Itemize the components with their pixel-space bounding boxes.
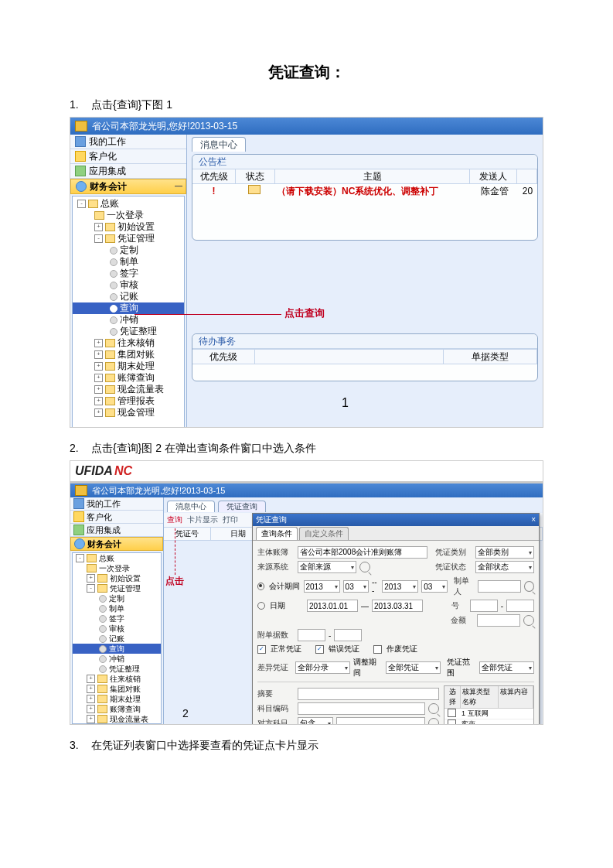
collapse-icon[interactable]: - (76, 554, 84, 562)
tree-node[interactable]: +往来核销 (73, 337, 184, 349)
input-no2[interactable] (506, 600, 534, 612)
tab-msgcenter[interactable]: 消息中心 (192, 137, 246, 152)
tree-node[interactable]: +期末处理 (73, 694, 161, 704)
input-opp[interactable] (336, 717, 425, 725)
expand-icon[interactable]: + (94, 374, 103, 382)
input-maker[interactable] (478, 580, 521, 593)
sel-m1[interactable]: 03▾ (343, 580, 369, 593)
sel-diff-b[interactable]: 全部凭证▾ (386, 661, 441, 674)
search-icon[interactable] (359, 562, 370, 572)
listbox-row[interactable]: 1 互联网 (444, 709, 533, 719)
input-date2[interactable]: 2013.03.31 (372, 600, 423, 612)
tree-leaf[interactable]: 审核 (73, 624, 161, 634)
tree-leaf[interactable]: 凭证整理 (73, 664, 161, 674)
tree-node[interactable]: +集团对账 (73, 684, 161, 694)
tree-node-voucher[interactable]: -凭证管理 (73, 233, 184, 244)
sel-y1[interactable]: 2013▾ (304, 580, 340, 593)
sel-y2[interactable]: 2013▾ (382, 580, 418, 593)
sel-incl[interactable]: 包含▾ (298, 717, 333, 725)
tree-leaf[interactable]: 冲销 (73, 314, 184, 326)
tree-node[interactable]: +期末处理 (73, 361, 184, 372)
expand-icon[interactable]: + (94, 408, 103, 417)
sel-diff-a[interactable]: 全部分录▾ (295, 661, 350, 674)
expand-icon[interactable]: + (94, 350, 103, 359)
tree-node[interactable]: 一次登录 (73, 563, 161, 573)
tree-leaf[interactable]: 定制 (73, 593, 161, 603)
tree-node[interactable]: +集团对账 (73, 349, 184, 361)
tree-node[interactable]: 一次登录 (73, 210, 184, 221)
expand-icon[interactable]: + (87, 705, 95, 713)
tree-leaf[interactable]: 凭证整理 (73, 326, 184, 337)
sidebar-item-account[interactable]: 财务会计 — (70, 179, 186, 194)
tool-card[interactable]: 卡片显示 (187, 514, 218, 525)
tree-node[interactable]: +初始设置 (73, 573, 161, 583)
tree-leaf[interactable]: 审核 (73, 279, 184, 291)
expand-icon[interactable]: + (87, 695, 95, 703)
tree-leaf[interactable]: 定制 (73, 244, 184, 256)
tree-leaf[interactable]: 记账 (73, 634, 161, 644)
sel-m2[interactable]: 03▾ (421, 580, 447, 593)
input-cash1[interactable] (298, 629, 325, 641)
select-state[interactable]: 全部状态▾ (475, 561, 534, 573)
sel-fan[interactable]: 全部凭证▾ (479, 661, 534, 674)
tree-leaf-query[interactable]: 查询 (73, 644, 161, 654)
expand-icon[interactable]: + (87, 685, 95, 693)
expand-icon[interactable]: + (94, 385, 103, 394)
collapse-icon[interactable]: - (94, 234, 103, 243)
chk-void[interactable] (373, 645, 382, 654)
input-cash2[interactable] (334, 629, 362, 641)
side2-app[interactable]: 应用集成 (70, 524, 163, 537)
collapse-icon[interactable]: - (87, 584, 95, 593)
bulletin-row[interactable]: ! （请下载安装）NC系统优化、调整补丁 陈金管 20 (192, 184, 537, 198)
tool-query[interactable]: 查询 (167, 514, 182, 525)
tab-custom[interactable]: 自定义条件 (299, 527, 349, 540)
aux-listbox[interactable]: 选择 核算类型名称 核算内容 1 互联网 客商 部门档案 人员档案 部门档案 资… (444, 685, 534, 725)
sidebar-item-kehu[interactable]: 客户化 (70, 149, 186, 164)
tree-leaf[interactable]: 记账 (73, 291, 184, 302)
tree-leaf[interactable]: 冲销 (73, 654, 161, 664)
tree-node[interactable]: +现金管理 (73, 407, 184, 419)
chk-err[interactable]: ✓ (315, 645, 324, 654)
side2-mywork[interactable]: 我的工作 (70, 497, 163, 511)
checkbox[interactable] (448, 709, 456, 717)
tree-leaf[interactable]: 签字 (73, 613, 161, 624)
expand-icon[interactable]: + (87, 675, 95, 683)
close-icon[interactable]: × (531, 514, 536, 526)
chk-normal[interactable]: ✓ (257, 645, 266, 654)
tab-msgcenter-2[interactable]: 消息中心 (167, 501, 215, 512)
expand-icon[interactable]: + (87, 715, 95, 723)
search-icon[interactable] (428, 703, 439, 714)
minimize-icon[interactable]: — (175, 179, 182, 193)
input-zy[interactable] (298, 688, 439, 700)
expand-icon[interactable]: + (94, 397, 103, 405)
tree-leaf[interactable]: 制单 (73, 256, 184, 268)
input-book[interactable]: 省公司本部2008会计准则账簿 (298, 546, 427, 559)
tree-node[interactable]: +管理报表 (73, 395, 184, 407)
tree-leaf-query[interactable]: 查询 (73, 302, 184, 314)
tab-cond[interactable]: 查询条件 (256, 527, 298, 540)
sidebar-item-app[interactable]: 应用集成 (70, 164, 186, 179)
side2-kehu[interactable]: 客户化 (70, 511, 163, 524)
input-money[interactable] (477, 614, 520, 627)
tree-leaf[interactable]: 签字 (73, 268, 184, 279)
tree-node[interactable]: -凭证管理 (73, 583, 161, 593)
tab-voucher-query[interactable]: 凭证查询 (218, 501, 266, 512)
input-no1[interactable] (470, 600, 498, 612)
radio-date[interactable] (257, 602, 265, 610)
expand-icon[interactable]: + (94, 362, 103, 371)
tree-root[interactable]: -总账 (73, 198, 184, 210)
tree-root[interactable]: -总账 (73, 553, 161, 563)
listbox-row[interactable]: 客商 (444, 719, 533, 725)
search-icon[interactable] (524, 581, 534, 592)
tool-print[interactable]: 打印 (223, 514, 238, 525)
radio-period[interactable] (257, 583, 264, 590)
select-type[interactable]: 全部类别▾ (475, 546, 534, 559)
tree-leaf[interactable]: 制单 (73, 603, 161, 613)
sidebar-item-mywork[interactable]: 我的工作 (70, 135, 186, 149)
side2-acct[interactable]: 财务会计 (70, 537, 163, 551)
select-src[interactable]: 全部来源▾ (298, 561, 356, 573)
tree-node[interactable]: +账簿查询 (73, 704, 161, 714)
expand-icon[interactable]: + (94, 223, 103, 231)
expand-icon[interactable]: + (87, 574, 95, 583)
tree-node[interactable]: +初始设置 (73, 221, 184, 233)
